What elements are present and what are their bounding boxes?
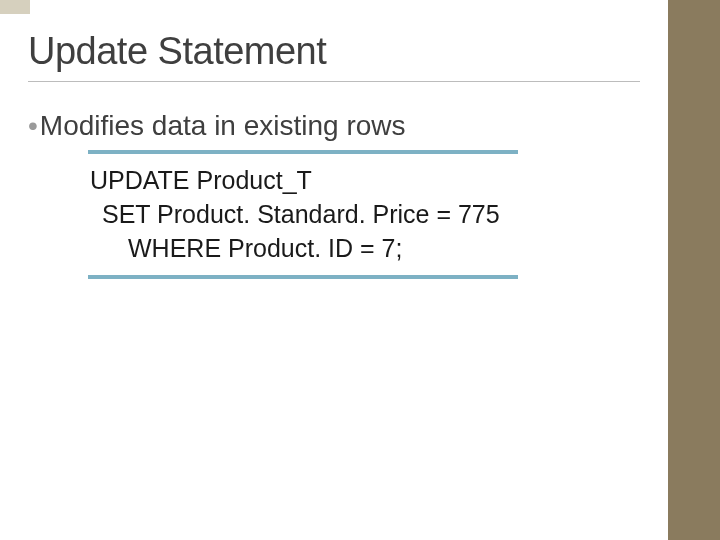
code-box: UPDATE Product_T SET Product. Standard. … bbox=[88, 150, 518, 279]
code-line-2: SET Product. Standard. Price = 775 bbox=[90, 198, 516, 232]
bullet-dot-icon: • bbox=[28, 110, 38, 141]
slide-title: Update Statement bbox=[28, 30, 640, 73]
bullet-text: Modifies data in existing rows bbox=[40, 110, 406, 141]
code-line-1: UPDATE Product_T bbox=[90, 164, 516, 198]
slide-content: Update Statement •Modifies data in exist… bbox=[28, 30, 640, 279]
code-lines: UPDATE Product_T SET Product. Standard. … bbox=[88, 154, 518, 275]
code-line-3: WHERE Product. ID = 7; bbox=[90, 232, 516, 266]
top-left-tab bbox=[0, 0, 30, 14]
code-bottom-rule bbox=[88, 275, 518, 279]
title-underline bbox=[28, 81, 640, 82]
right-accent-stripe bbox=[668, 0, 720, 540]
bullet-row: •Modifies data in existing rows bbox=[28, 110, 640, 142]
